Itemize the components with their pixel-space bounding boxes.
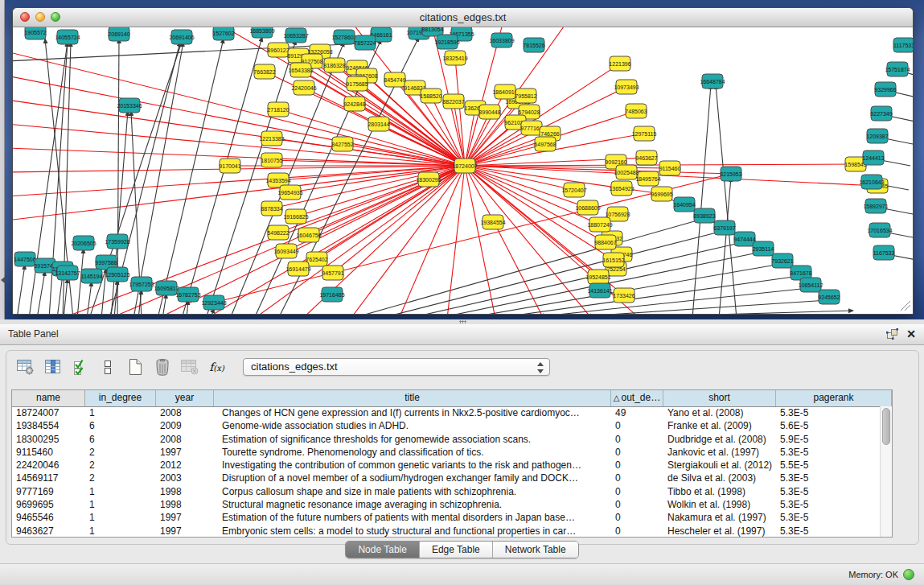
graph-node[interactable]: 7485063 [625,104,647,118]
graph-node[interactable]: 19716485 [319,287,344,302]
graph-edge[interactable] [465,166,544,314]
graph-node[interactable]: 6497568 [534,137,556,151]
graph-edge[interactable] [379,231,723,314]
graph-node[interactable]: 8186328 [323,58,345,72]
graph-node[interactable]: 15278602 [331,30,356,44]
table-cell[interactable]: 5.3E-5 [776,472,880,484]
table-cell[interactable]: 49 [611,406,663,419]
graph-edge[interactable] [465,166,574,190]
graph-edge[interactable] [111,111,128,314]
canvas-resize-grip[interactable] [901,301,910,311]
delete-column-icon[interactable] [151,356,173,378]
graph-node[interactable]: 1810755 [261,153,282,167]
graph-node[interactable]: 13142757 [55,266,80,280]
table-cell[interactable]: Stergiakouli et al. (2012) [663,459,776,472]
graph-node[interactable]: 1527602 [212,27,234,40]
tab-network-table[interactable]: Network Table [493,542,578,558]
graph-edge[interactable] [447,166,465,314]
graph-node[interactable]: 2718120 [267,102,289,117]
table-cell[interactable]: Disruption of a novel member of a sodium… [214,472,611,484]
column-header-out-degree[interactable]: △out_de… [611,390,663,406]
graph-node[interactable]: 20206505 [71,236,96,250]
table-cell[interactable]: Corpus callosum shape and size in male p… [214,485,611,498]
graph-edge[interactable] [491,276,799,314]
table-cell[interactable]: 18724007 [12,406,85,419]
table-cell[interactable]: 0 [611,485,663,498]
table-cell[interactable]: 2008 [156,406,214,419]
graph-edge[interactable] [692,84,711,314]
graph-node[interactable]: 19524851 [585,270,610,284]
graph-node[interactable]: 14055724 [55,30,80,44]
memory-indicator[interactable] [903,569,914,580]
table-cell[interactable]: 6 [85,419,156,432]
graph-node[interactable]: 1640954 [673,197,695,212]
table-row[interactable]: 946554611997Estimation of the future num… [12,511,880,524]
graph-node[interactable]: 20691406 [169,30,194,44]
table-cell[interactable]: Jankovic et al. (1997) [663,446,776,459]
window-titlebar[interactable]: citations_edges.txt [13,8,913,27]
graph-edge[interactable] [13,51,465,166]
graph-node[interactable]: 16914479 [285,262,310,276]
graph-node[interactable]: 9699695 [651,187,672,201]
table-cell[interactable]: 2 [85,459,156,472]
table-cell[interactable]: 19384554 [12,419,85,432]
graph-node[interactable]: 5498222 [267,225,289,240]
table-cell[interactable]: 1997 [156,446,214,459]
table-cell[interactable]: 22420046 [12,459,85,472]
graph-edge[interactable] [158,39,224,314]
graph-node[interactable]: 16543382 [288,63,313,77]
graph-node[interactable]: 6379197 [713,220,735,235]
table-cell[interactable]: 1997 [156,511,214,524]
table-cell[interactable]: 5.6E-5 [776,419,880,432]
close-panel-icon[interactable]: ✕ [906,327,916,341]
graph-node[interactable]: 8938923 [693,208,715,223]
graph-edge[interactable] [399,166,465,314]
table-cell[interactable]: 5.3E-5 [776,498,880,511]
graph-node[interactable]: 17957253 [129,277,154,291]
table-cell[interactable]: 1 [85,525,156,538]
table-cell[interactable]: 9699695 [12,498,85,511]
graph-node[interactable]: 8990448 [478,105,500,119]
table-cell[interactable]: Tourette syndrome. Phenomenology and cla… [214,446,611,459]
graph-node[interactable]: 22420046 [291,80,316,95]
graph-node[interactable]: 1615152 [602,253,624,267]
graph-node[interactable]: 18724007 [452,159,477,173]
scrollbar-thumb[interactable] [882,408,890,445]
graph-edge[interactable] [37,271,45,314]
graph-node[interactable]: 7815526 [523,38,544,52]
graph-node[interactable]: 8878334 [261,201,282,216]
table-cell[interactable]: Dudbridge et al. (2008) [663,433,776,446]
table-row[interactable]: 2242004622012Investigating the contribut… [12,459,880,472]
graph-edge[interactable] [17,265,25,314]
graph-node[interactable]: 7932621 [771,253,793,268]
table-cell[interactable]: 2012 [156,459,214,472]
graph-edge[interactable] [89,42,182,314]
function-builder-icon[interactable]: f(x) [206,356,228,378]
graph-node[interactable]: 1117533 [893,38,913,52]
delete-table-icon[interactable] [179,356,200,378]
graph-node[interactable]: 19384554 [480,215,505,229]
table-cell[interactable]: 5.9E-5 [776,433,880,446]
table-cell[interactable]: 0 [611,511,663,524]
new-column-icon[interactable] [124,356,146,378]
graph-node[interactable]: 10688609 [575,200,600,215]
column-header-year[interactable]: year [156,390,214,406]
table-cell[interactable]: Nakamura et al. (1997) [663,511,776,524]
graph-edge[interactable] [13,166,465,220]
tab-node-table[interactable]: Node Table [346,542,420,558]
graph-node[interactable]: 9242848 [343,97,365,111]
graph-node[interactable]: 16033809 [489,33,514,47]
graph-node[interactable]: 15892971 [863,199,888,213]
graph-node[interactable]: 9170041 [219,159,240,173]
graph-node[interactable]: 7955812 [515,89,536,103]
table-cell[interactable]: 0 [611,472,663,484]
table-row[interactable]: 977716911998Corpus callosum shape and si… [12,485,880,498]
graph-node[interactable]: 9884067 [594,235,616,249]
graph-node[interactable]: 9245652 [818,290,840,304]
graph-node[interactable]: 10973493 [614,80,639,94]
graph-node[interactable]: 13654923 [609,181,634,196]
table-cell[interactable]: Franke et al. (2009) [663,419,776,432]
graph-node[interactable]: 17016534 [867,223,892,237]
table-cell[interactable]: 14569117 [12,472,85,484]
table-cell[interactable]: 1 [85,498,156,511]
